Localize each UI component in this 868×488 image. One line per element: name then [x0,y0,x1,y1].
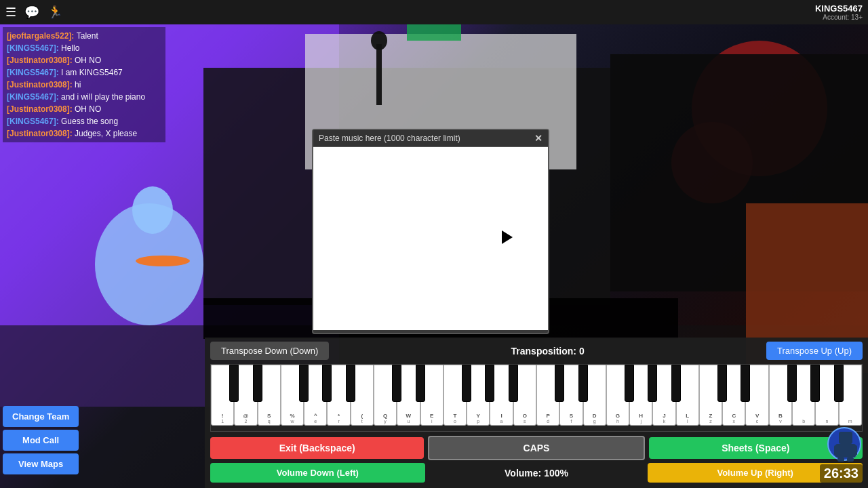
piano-keyboard: !1@2Sq%w^e*r(tQyWuEiToYpIaOsPdSfDgGhHjJk… [210,364,863,432]
key-bot-label: z [709,419,712,424]
black-key[interactable] [671,365,681,402]
black-key[interactable] [787,365,797,402]
key-bot-label: t [361,419,363,424]
black-key[interactable] [462,365,471,402]
key-top-label: T [454,413,457,419]
black-key[interactable] [416,365,425,402]
black-key[interactable] [322,365,332,402]
chat-message: [Justinator0308]: hi [7,79,161,91]
mod-call-button[interactable]: Mod Call [3,430,79,451]
key-bot-label: k [663,419,666,424]
key-top-label: J [663,413,665,419]
chat-text: OH NO [75,56,101,65]
key-bot-label: u [407,419,410,424]
key-bot-label: y [384,419,387,424]
chat-icon[interactable]: 💬 [24,5,39,20]
key-top-label: ! [222,413,224,419]
black-key[interactable] [648,365,657,402]
action-row: Exit (Backspace) CAPS Sheets (Space) [210,436,863,460]
key-top-label: B [778,413,783,419]
svg-rect-15 [839,432,852,444]
chat-text: and i will play the piano [61,92,145,102]
key-bot-label: 1 [221,419,224,424]
volume-down-button[interactable]: Volume Down (Left) [210,463,425,483]
key-bot-label: h [616,419,619,424]
black-key[interactable] [717,365,727,402]
transpose-up-button[interactable]: Transpose Up (Up) [766,342,863,360]
transpose-row: Transpose Down (Down) Transposition: 0 T… [210,342,863,360]
menu-icon[interactable]: ☰ [5,5,16,20]
chat-username: [Justinator0308]: [7,129,75,138]
chat-message: [Justinator0308]: Judges, X please [7,127,161,140]
black-key[interactable] [810,365,820,402]
black-key[interactable] [834,365,844,402]
key-top-label: * [338,413,340,419]
volume-row: Volume Down (Left) Volume: 100% Volume U… [210,463,863,483]
chat-username: [KINGS5467]: [7,117,61,126]
paste-close-button[interactable]: ✕ [534,133,542,144]
key-bot-label: e [314,419,317,424]
character-icon[interactable]: 🏃 [47,5,62,20]
chat-message: [Justinator0308]: OH NO [7,103,161,115]
key-top-label: S [570,413,573,419]
key-top-label: V [755,413,759,419]
key-bot-label: 2 [244,419,247,424]
chat-username: [jeoftargales522]: [7,31,77,41]
account-label: Account: 13+ [815,14,863,21]
key-top-label: D [593,413,597,419]
view-maps-button[interactable]: View Maps [3,453,79,474]
key-top-label: S [267,413,271,419]
black-key[interactable] [485,365,494,402]
black-key[interactable] [229,365,239,402]
piano-controls: Transpose Down (Down) Transposition: 0 T… [205,338,868,488]
svg-point-11 [371,31,387,50]
key-bot-label: f [570,419,572,424]
key-top-label: P [546,413,549,419]
key-bot-label: g [593,419,596,424]
black-key[interactable] [392,365,401,402]
key-top-label: E [430,413,433,419]
key-bot-label: s [524,419,526,424]
paste-textarea[interactable] [313,147,548,330]
key-top-label: W [406,413,412,419]
paste-dialog: Paste music here (1000 character limit) … [312,129,549,334]
black-key[interactable] [555,365,564,402]
volume-label: Volume: 100% [429,468,644,479]
svg-point-3 [136,256,190,266]
chat-username: [Justinator0308]: [7,80,75,89]
top-bar-left: ☰ 💬 🏃 [5,5,62,20]
key-bot-label: n [826,419,829,424]
exit-button[interactable]: Exit (Backspace) [210,437,424,459]
chat-message: [Justinator0308]: OH NO [7,54,161,66]
key-top-label: ^ [314,413,317,419]
key-top-label: O [523,413,527,419]
black-key[interactable] [299,365,309,402]
chat-text: Talent [77,31,98,41]
transpose-down-button[interactable]: Transpose Down (Down) [210,342,329,360]
change-team-button[interactable]: Change Team [3,406,79,427]
black-key[interactable] [625,365,634,402]
black-key[interactable] [253,365,262,402]
black-key[interactable] [509,365,518,402]
chat-username: [KINGS5467]: [7,68,61,77]
key-bot-label: v [779,419,782,424]
chat-message: [KINGS5467]: Hello [7,42,161,54]
svg-point-2 [132,186,173,234]
chat-text: Guess the song [61,117,118,126]
svg-rect-18 [852,445,857,455]
chat-text: Judges, X please [75,129,137,138]
black-key[interactable] [741,365,750,402]
top-bar-right: KINGS5467 Account: 13+ [815,3,863,21]
key-top-label: % [290,413,294,419]
key-bot-label: c [756,419,759,424]
svg-rect-10 [376,44,382,105]
black-key[interactable] [578,365,588,402]
svg-rect-19 [837,458,844,462]
top-bar: ☰ 💬 🏃 KINGS5467 Account: 13+ [0,0,868,24]
chat-text: OH NO [75,104,101,114]
chat-text: I am KINGS5467 [61,68,123,77]
keys-container: !1@2Sq%w^e*r(tQyWuEiToYpIaOsPdSfDgGhHjJk… [211,365,862,426]
caps-button[interactable]: CAPS [428,436,644,460]
chat-text: hi [75,80,81,89]
black-key[interactable] [346,365,355,402]
